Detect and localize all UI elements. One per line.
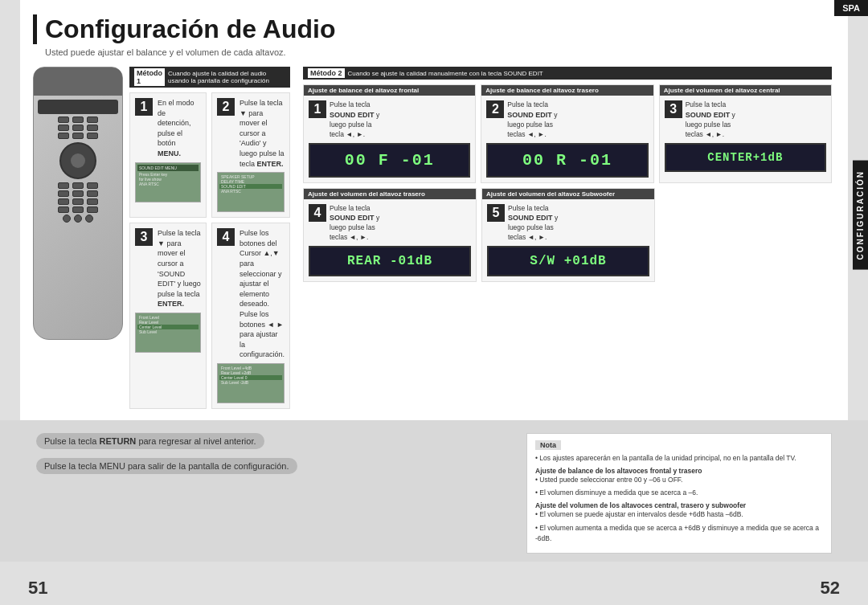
section-trasero-balance-header: Ajuste de balance del altavoz trasero bbox=[481, 85, 653, 96]
step1-screen: SOUND EDIT MENU Press Enter key for live… bbox=[135, 162, 201, 202]
section-central: Ajuste del volumen del altavoz central 3… bbox=[659, 84, 832, 183]
sound-step3: 3 Pulse la teclaSOUND EDIT yluego pulse … bbox=[665, 100, 826, 140]
remote-btn bbox=[72, 125, 84, 131]
sound-step5-num: 5 bbox=[487, 204, 505, 222]
page-container: SPA CONFIGURACIÓN Configuración de Audio… bbox=[0, 0, 868, 605]
step4-screen: Front Level +4dB Rear Level +2dB Center … bbox=[217, 363, 285, 403]
section-frontal: Ajuste de balance del altavoz frontal 1 … bbox=[303, 84, 476, 183]
page-num-right: 52 bbox=[821, 578, 840, 599]
remote-btn bbox=[87, 182, 98, 189]
method1-steps-grid: 1 En el modo de detención, pulse el botó… bbox=[129, 92, 290, 409]
step3-num: 3 bbox=[135, 228, 153, 246]
sound-step4-text: Pulse la teclaSOUND EDIT yluego pulse la… bbox=[330, 204, 379, 243]
left-column: Método 1 Cuando ajuste la calidad del au… bbox=[33, 67, 290, 409]
remote-nav-btn bbox=[59, 142, 96, 179]
method1-steps: Método 1 Cuando ajuste la calidad del au… bbox=[129, 67, 290, 409]
nota-sub2-text1: • El volumen se puede ajustar en interva… bbox=[535, 509, 823, 520]
step1-box: 1 En el modo de detención, pulse el botó… bbox=[129, 92, 207, 218]
remote-top-bar bbox=[34, 67, 122, 96]
remote-btn bbox=[72, 190, 84, 197]
method2-desc: Cuando se ajuste la calidad manualmente … bbox=[348, 70, 543, 77]
remote-btn bbox=[85, 215, 93, 223]
bottom-notes: Pulse la tecla RETURN para regresar al n… bbox=[36, 433, 832, 554]
page-subtitle: Usted puede ajustar el balance y el volu… bbox=[33, 47, 832, 57]
content-area: Configuración de Audio Usted puede ajust… bbox=[20, 0, 848, 420]
nota-sub1-title: Ajuste de balance de los altavoces front… bbox=[535, 467, 823, 475]
section-subwoofer: Ajuste del volumen del altavoz Subwoofer… bbox=[481, 188, 655, 283]
section-subwoofer-content: 5 Pulse la teclaSOUND EDIT yluego pulse … bbox=[482, 199, 654, 282]
remote-btn bbox=[87, 198, 98, 205]
page-title: Configuración de Audio bbox=[33, 14, 832, 44]
sound-step4: 4 Pulse la teclaSOUND EDIT yluego pulse … bbox=[309, 204, 471, 243]
sound-step5-text: Pulse la teclaSOUND EDIT yluego pulse la… bbox=[508, 204, 558, 243]
section-trasero-balance-content: 2 Pulse la teclaSOUND EDIT yluego pulse … bbox=[481, 96, 653, 182]
remote-btn bbox=[58, 117, 69, 123]
nota-sub2-title: Ajuste del volumen de los altavoces cent… bbox=[535, 501, 823, 509]
return-line2: Pulse la tecla MENU para salir de la pan… bbox=[36, 458, 297, 474]
nota-sub1-text1: • Usted puede seleccionar entre 00 y –06… bbox=[535, 475, 823, 485]
nota-title: Nota bbox=[535, 440, 561, 450]
remote-btn bbox=[87, 133, 98, 139]
spa-badge: SPA bbox=[834, 0, 868, 16]
remote-btn bbox=[87, 117, 98, 123]
section-trasero-balance: Ajuste de balance del altavoz trasero 2 … bbox=[481, 84, 653, 183]
display-trasero-balance: 00 R -01 bbox=[486, 143, 648, 178]
step4-box: 4 Pulse los botones del Cursor ▲,▼ para … bbox=[211, 223, 290, 409]
bottom-area: Pulse la tecla RETURN para regresar al n… bbox=[0, 420, 868, 562]
remote-btn bbox=[58, 125, 69, 131]
remote-btn bbox=[58, 190, 69, 197]
step3-box: 3 Pulse la tecla ▼ para mover el cursor … bbox=[129, 223, 207, 409]
section-trasero-vol: Ajuste del volumen del altavoz trasero 4… bbox=[303, 188, 477, 283]
remote-btn bbox=[87, 206, 98, 213]
section-frontal-header: Ajuste de balance del altavoz frontal bbox=[304, 85, 475, 96]
sound-step4-num: 4 bbox=[309, 204, 326, 222]
sound-step2: 2 Pulse la teclaSOUND EDIT yluego pulse … bbox=[486, 100, 648, 140]
return-notes: Pulse la tecla RETURN para regresar al n… bbox=[36, 433, 510, 478]
bottom-sections-row: Ajuste del volumen del altavoz trasero 4… bbox=[303, 188, 832, 283]
remote-btn bbox=[72, 206, 84, 213]
method2-header: Método 2 Cuando se ajuste la calidad man… bbox=[303, 67, 832, 80]
sound-step3-num: 3 bbox=[665, 100, 682, 118]
top-sections-row: Ajuste de balance del altavoz frontal 1 … bbox=[303, 84, 832, 183]
nota-sub2-text2: • El volumen aumenta a medida que se ace… bbox=[535, 523, 823, 544]
sound-step2-num: 2 bbox=[486, 100, 504, 118]
sound-step1: 1 Pulse la teclaSOUND EDIT yluego pulse … bbox=[309, 100, 470, 140]
config-badge: CONFIGURACIÓN bbox=[853, 161, 868, 270]
remote-btn bbox=[72, 182, 84, 189]
section-frontal-content: 1 Pulse la teclaSOUND EDIT yluego pulse … bbox=[304, 96, 475, 182]
sound-step3-text: Pulse la teclaSOUND EDIT yluego pulse la… bbox=[686, 100, 735, 140]
remote-btn bbox=[58, 182, 69, 189]
sound-step5: 5 Pulse la teclaSOUND EDIT yluego pulse … bbox=[487, 204, 649, 243]
two-col-layout: Método 1 Cuando ajuste la calidad del au… bbox=[33, 67, 832, 409]
display-central: CENTER+1dB bbox=[665, 143, 826, 172]
section-central-content: 3 Pulse la teclaSOUND EDIT yluego pulse … bbox=[660, 96, 831, 177]
display-frontal: 00 F -01 bbox=[309, 143, 470, 178]
step1-num: 1 bbox=[135, 98, 153, 116]
section-trasero-vol-header: Ajuste del volumen del altavoz trasero bbox=[304, 189, 476, 199]
sound-step1-text: Pulse la teclaSOUND EDIT yluego pulse la… bbox=[330, 100, 379, 140]
remote-btn bbox=[72, 133, 84, 139]
nota-bullet1: • Los ajustes aparecerán en la pantalla … bbox=[535, 453, 823, 464]
nota-box: Nota • Los ajustes aparecerán en la pant… bbox=[526, 433, 832, 554]
step3-screen: Front Level Rear Level Center Level Sub … bbox=[135, 313, 201, 353]
step2-num: 2 bbox=[217, 98, 235, 116]
section-trasero-vol-content: 4 Pulse la teclaSOUND EDIT yluego pulse … bbox=[304, 199, 476, 282]
remote-btn bbox=[58, 198, 69, 205]
nota-sub1-text2: • El volumen disminuye a medida que se a… bbox=[535, 488, 823, 498]
display-subwoofer: S/W +01dB bbox=[487, 246, 649, 276]
page-num-left: 51 bbox=[28, 578, 47, 599]
method1-desc: Cuando ajuste la calidad del audio usand… bbox=[168, 70, 285, 84]
sound-step1-num: 1 bbox=[309, 100, 326, 118]
section-central-header: Ajuste del volumen del altavoz central bbox=[660, 85, 831, 96]
remote-control bbox=[33, 67, 123, 340]
remote-btn bbox=[72, 198, 84, 205]
remote-btn bbox=[72, 117, 84, 123]
left-main: Método 1 Cuando ajuste la calidad del au… bbox=[33, 67, 290, 409]
remote-btn bbox=[63, 215, 71, 223]
remote-btn bbox=[58, 133, 69, 139]
remote-btn bbox=[87, 125, 98, 131]
step2-box: 2 Pulse la tecla ▼ para mover el cursor … bbox=[211, 92, 290, 218]
right-column: Método 2 Cuando se ajuste la calidad man… bbox=[303, 67, 832, 409]
remote-btn bbox=[58, 206, 69, 213]
display-rear: REAR -01dB bbox=[309, 246, 471, 276]
